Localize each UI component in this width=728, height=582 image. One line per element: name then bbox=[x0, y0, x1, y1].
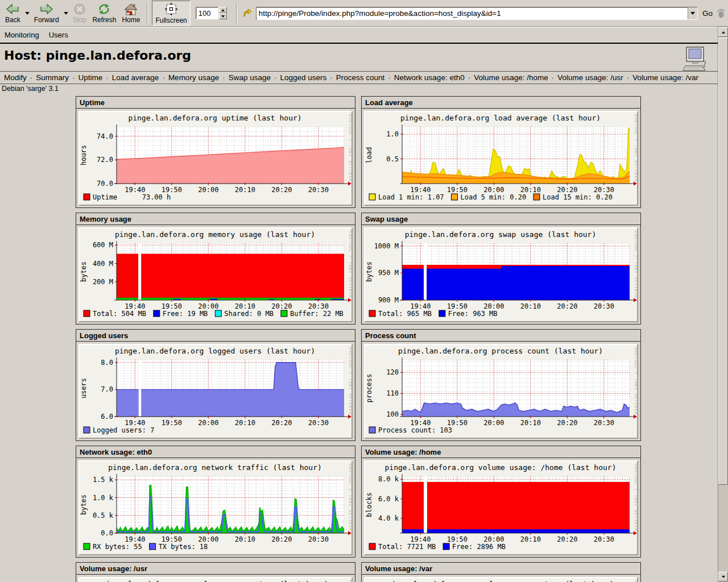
svg-text:pinge.lan.defora.org network t: pinge.lan.defora.org network traffic (la… bbox=[108, 463, 322, 472]
panel-body-vol-home: pinge.lan.defora.org volume usage: /home… bbox=[362, 458, 640, 558]
svg-text:20:20: 20:20 bbox=[271, 535, 292, 543]
nav-link-swap-usage[interactable]: Swap usage bbox=[229, 73, 271, 82]
menu-users[interactable]: Users bbox=[49, 31, 68, 39]
computer-icon bbox=[682, 46, 709, 72]
nav-link-volume-usage-var[interactable]: Volume usage: /var bbox=[632, 73, 698, 82]
rrd-graph-swap: pinge.lan.defora.org swap usage (last ho… bbox=[364, 227, 638, 322]
forward-button[interactable]: Forward bbox=[31, 1, 62, 26]
zoom-decrease-button[interactable] bbox=[219, 13, 227, 19]
chevron-down-icon bbox=[25, 12, 30, 15]
nav-link-memory-usage[interactable]: Memory usage bbox=[168, 73, 219, 82]
svg-text:pinge.lan.defora.org process c: pinge.lan.defora.org process count (last… bbox=[398, 347, 603, 355]
forward-arrow-icon bbox=[39, 3, 54, 15]
chevron-down-icon bbox=[690, 12, 695, 15]
svg-text:400 M: 400 M bbox=[93, 260, 113, 268]
rrd-graph-uptime: pinge.lan.defora.org uptime (last hour)R… bbox=[78, 111, 353, 206]
refresh-icon bbox=[97, 3, 111, 15]
back-button[interactable]: Back bbox=[2, 1, 23, 26]
scrollbar-thumb[interactable] bbox=[718, 38, 728, 485]
nav-link-uptime[interactable]: Uptime bbox=[78, 73, 103, 82]
nav-link-modify[interactable]: Modify bbox=[4, 73, 27, 82]
nav-link-volume-usage-home[interactable]: Volume usage: /home bbox=[474, 73, 548, 82]
panel-body-users: pinge.lan.defora.org logged users (last … bbox=[76, 342, 355, 441]
rrd-graph-process: pinge.lan.defora.org process count (last… bbox=[364, 344, 638, 439]
chevron-down-icon bbox=[64, 12, 68, 15]
panel-network: Network usage: eth0pinge.lan.defora.org … bbox=[76, 446, 355, 558]
back-history-dropdown[interactable] bbox=[23, 1, 31, 26]
svg-text:RRDTOOL / TOBI OETIKER: RRDTOOL / TOBI OETIKER bbox=[634, 231, 638, 298]
svg-text:pinge.lan.defora.org load aver: pinge.lan.defora.org load average (last … bbox=[400, 114, 601, 122]
svg-text:0.5 k: 0.5 k bbox=[93, 512, 114, 519]
vertical-scrollbar[interactable] bbox=[718, 27, 728, 582]
svg-text:20:30: 20:30 bbox=[594, 302, 614, 310]
svg-text:Total: 7721 MB: Total: 7721 MB bbox=[378, 543, 436, 551]
svg-text:0.5: 0.5 bbox=[386, 155, 399, 163]
scroll-up-button[interactable] bbox=[718, 27, 728, 37]
svg-text:20:30: 20:30 bbox=[594, 535, 614, 543]
nav-separator: · bbox=[162, 73, 165, 82]
svg-text:1.5 k: 1.5 k bbox=[93, 476, 114, 484]
svg-text:100: 100 bbox=[386, 410, 399, 418]
svg-text:20:30: 20:30 bbox=[308, 535, 329, 543]
svg-text:20:30: 20:30 bbox=[308, 419, 329, 427]
nav-separator: · bbox=[627, 73, 630, 82]
svg-text:RRDTOOL / TOBI OETIKER: RRDTOOL / TOBI OETIKER bbox=[348, 231, 353, 298]
svg-text:20:00: 20:00 bbox=[198, 419, 218, 427]
back-label: Back bbox=[5, 16, 20, 24]
nav-separator: · bbox=[330, 73, 333, 82]
svg-text:users: users bbox=[80, 378, 88, 398]
svg-text:pinge.lan.defora.org uptime (l: pinge.lan.defora.org uptime (last hour) bbox=[128, 114, 301, 122]
fullscreen-toggle[interactable]: Fullscreen bbox=[152, 1, 190, 26]
svg-text:600 M: 600 M bbox=[93, 241, 113, 249]
nav-separator: · bbox=[106, 73, 109, 82]
refresh-button[interactable]: Refresh bbox=[89, 1, 119, 26]
svg-text:Free: 2896 MB: Free: 2896 MB bbox=[452, 543, 506, 551]
panel-title-users: Logged users bbox=[76, 330, 355, 342]
rrd-graph-memory: pinge.lan.defora.org memory usage (last … bbox=[78, 227, 353, 322]
svg-text:process: process bbox=[365, 374, 373, 403]
refresh-label: Refresh bbox=[92, 16, 116, 24]
svg-text:bytes: bytes bbox=[80, 261, 88, 282]
svg-text:pinge.lan.defora.org volume us: pinge.lan.defora.org volume usage: /home… bbox=[385, 463, 617, 472]
url-history-dropdown[interactable] bbox=[688, 7, 697, 19]
svg-text:20:10: 20:10 bbox=[520, 535, 541, 543]
home-icon bbox=[123, 3, 138, 15]
svg-text:1000 M: 1000 M bbox=[374, 242, 399, 250]
jump-to-icon bbox=[242, 9, 253, 18]
zoom-input[interactable] bbox=[196, 7, 218, 19]
nav-link-process-count[interactable]: Process count bbox=[336, 73, 385, 82]
nav-link-load-average[interactable]: Load average bbox=[112, 73, 159, 82]
nav-link-volume-usage-usr[interactable]: Volume usage: /usr bbox=[557, 73, 623, 82]
page-header: Host: pinge.lan.defora.org bbox=[0, 44, 718, 71]
svg-text:Load 5 min: 0.20: Load 5 min: 0.20 bbox=[461, 193, 527, 201]
go-button[interactable]: Go bbox=[702, 9, 713, 18]
toolbar: Back Forward Stop Refresh bbox=[0, 0, 728, 27]
svg-text:20:00: 20:00 bbox=[483, 419, 504, 427]
nav-link-logged-users[interactable]: Logged users bbox=[280, 73, 326, 82]
svg-text:Total: 504 MB: Total: 504 MB bbox=[93, 310, 146, 318]
url-input[interactable] bbox=[257, 8, 688, 18]
panel-title-vol-usr: Volume usage: /usr bbox=[76, 563, 355, 575]
home-button[interactable]: Home bbox=[119, 1, 143, 26]
menu-monitoring[interactable]: Monitoring bbox=[5, 31, 39, 39]
svg-text:19:50: 19:50 bbox=[162, 419, 182, 427]
svg-text:20:20: 20:20 bbox=[271, 419, 292, 427]
scroll-down-button[interactable] bbox=[718, 572, 728, 581]
panel-vol-var: Volume usage: /varpinge.lan.defora.org v… bbox=[361, 562, 641, 582]
svg-text:Shared: 0 MB: Shared: 0 MB bbox=[224, 310, 274, 318]
panel-swap: Swap usagepinge.lan.defora.org swap usag… bbox=[361, 213, 641, 325]
svg-text:20:30: 20:30 bbox=[308, 186, 329, 194]
svg-text:20:10: 20:10 bbox=[235, 419, 255, 427]
panel-body-vol-var: pinge.lan.defora.org volume usage: /var … bbox=[362, 575, 640, 582]
panel-body-network: pinge.lan.defora.org network traffic (la… bbox=[76, 458, 355, 558]
panels-grid: Uptimepinge.lan.defora.org uptime (last … bbox=[76, 96, 641, 582]
svg-text:Free: 963 MB: Free: 963 MB bbox=[448, 310, 498, 318]
nav-link-network-usage-eth0[interactable]: Network usage: eth0 bbox=[394, 73, 465, 82]
panel-body-vol-usr: pinge.lan.defora.org volume usage: /usr … bbox=[76, 575, 355, 582]
svg-text:pinge.lan.defora.org logged us: pinge.lan.defora.org logged users (last … bbox=[115, 347, 315, 355]
nav-link-summary[interactable]: Summary bbox=[36, 73, 69, 82]
svg-text:70.0: 70.0 bbox=[97, 180, 113, 188]
zoom-increase-button[interactable] bbox=[219, 7, 227, 13]
toolbar-separator bbox=[147, 2, 148, 24]
forward-history-dropdown[interactable] bbox=[62, 1, 70, 26]
